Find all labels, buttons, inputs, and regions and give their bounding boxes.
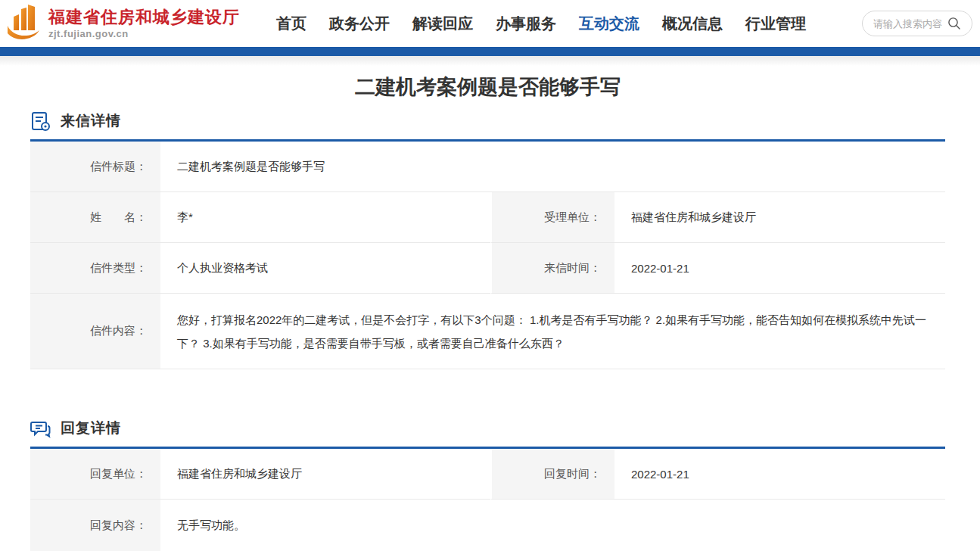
reply-detail-icon [30, 419, 51, 439]
letter-name-label: 姓 名： [30, 192, 160, 243]
letter-content-value: 您好，打算报名2022年的二建考试，但是不会打字，有以下3个问题： 1.机考是否… [160, 294, 945, 369]
reply-content-label: 回复内容： [30, 500, 160, 551]
header-shadow [0, 56, 980, 66]
letter-type-label: 信件类型： [30, 243, 160, 294]
letter-type-value: 个人执业资格考试 [160, 243, 490, 294]
reply-time-label: 回复时间： [490, 449, 614, 500]
reply-content-value: 无手写功能。 [160, 500, 945, 551]
site-header: 福建省住房和城乡建设厅 zjt.fujian.gov.cn 首页 政务公开 解读… [0, 0, 980, 47]
letter-time-value: 2022-01-21 [614, 243, 945, 294]
nav-item-services[interactable]: 办事服务 [496, 14, 556, 34]
nav-item-industry[interactable]: 行业管理 [745, 14, 806, 34]
reply-section-title: 回复详情 [61, 419, 121, 438]
letter-title-label: 信件标题： [30, 142, 160, 192]
main-nav: 首页 政务公开 解读回应 办事服务 互动交流 概况信息 行业管理 [276, 14, 829, 34]
nav-item-gov-info[interactable]: 政务公开 [329, 14, 390, 34]
site-logo[interactable]: 福建省住房和城乡建设厅 zjt.fujian.gov.cn [6, 5, 240, 42]
nav-item-home[interactable]: 首页 [276, 14, 306, 34]
reply-unit-label: 回复单位： [30, 449, 160, 500]
site-domain: zjt.fujian.gov.cn [48, 28, 240, 39]
letter-content-label: 信件内容： [30, 294, 160, 369]
reply-time-value: 2022-01-21 [614, 449, 945, 500]
page-title: 二建机考案例题是否能够手写 [30, 73, 945, 101]
main-content: 二建机考案例题是否能够手写 来信详情 信件标题： 二建机考案例题是否能够手写 姓… [0, 73, 980, 551]
search-box[interactable] [862, 11, 972, 36]
letter-unit-value: 福建省住房和城乡建设厅 [614, 192, 945, 243]
reply-section-header: 回复详情 [30, 415, 945, 442]
letter-unit-label: 受理单位： [490, 192, 614, 243]
letter-section-header: 来信详情 [30, 107, 945, 135]
search-icon[interactable] [947, 17, 961, 30]
search-input[interactable] [873, 18, 946, 30]
nav-item-interpretation[interactable]: 解读回应 [412, 14, 473, 34]
building-logo-icon [6, 5, 42, 42]
letter-content-text: 您好，打算报名2022年的二建考试，但是不会打字，有以下3个问题： 1.机考是否… [177, 308, 933, 355]
site-title: 福建省住房和城乡建设厅 [48, 8, 240, 27]
letter-section-title: 来信详情 [61, 111, 121, 131]
letter-detail-table: 信件标题： 二建机考案例题是否能够手写 姓 名： 李* 受理单位： 福建省住房和… [30, 139, 945, 369]
nav-item-overview[interactable]: 概况信息 [662, 14, 723, 34]
header-accent-bar [0, 47, 980, 56]
reply-detail-table: 回复单位： 福建省住房和城乡建设厅 回复时间： 2022-01-21 回复内容：… [30, 447, 945, 551]
nav-item-interaction[interactable]: 互动交流 [579, 14, 639, 34]
letter-name-value: 李* [160, 192, 490, 243]
letter-detail-icon [30, 111, 51, 132]
letter-time-label: 来信时间： [490, 243, 614, 294]
letter-title-value: 二建机考案例题是否能够手写 [160, 142, 945, 192]
reply-unit-value: 福建省住房和城乡建设厅 [160, 449, 490, 500]
